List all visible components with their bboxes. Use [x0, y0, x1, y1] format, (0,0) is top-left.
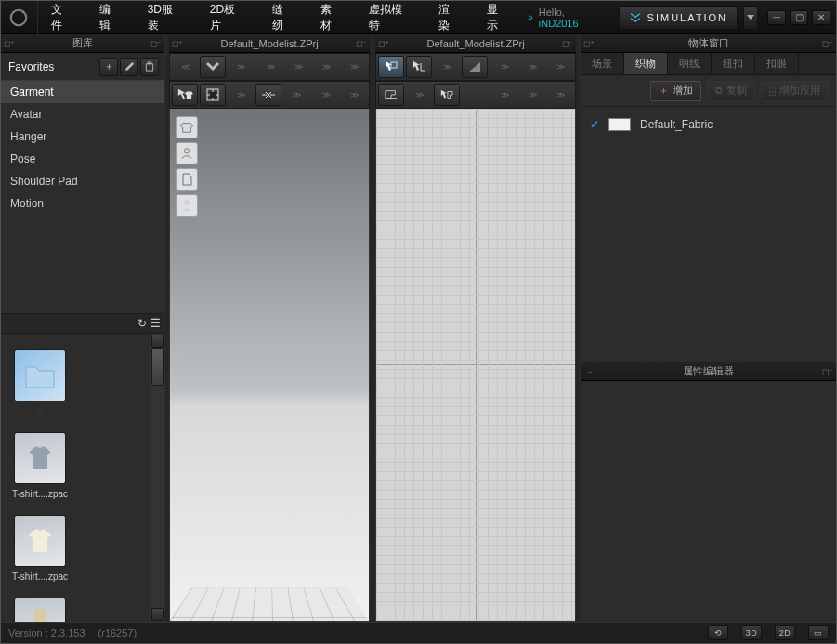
object-panel-close-icon[interactable]: ◻⁻	[819, 39, 836, 48]
menu-edit[interactable]: 编辑	[86, 1, 135, 33]
library-close-icon[interactable]: ◻⁻	[148, 39, 164, 48]
category-motion[interactable]: Motion	[1, 192, 164, 215]
tab-scene[interactable]: 场景	[581, 53, 624, 74]
menu-more-icon[interactable]: »	[522, 1, 539, 33]
toolbar-next-icon[interactable]: ≫	[283, 84, 309, 106]
toolbar-next-icon[interactable]: ≫	[406, 84, 432, 106]
toolbar-next-icon[interactable]: ≫	[547, 56, 573, 78]
menu-file[interactable]: 文件	[38, 1, 86, 33]
toolbar-next-icon[interactable]: ≫	[519, 56, 545, 78]
toolbar-next-icon[interactable]: ≫	[228, 56, 254, 78]
minimize-button[interactable]: ─	[767, 10, 786, 25]
close-button[interactable]: ✕	[812, 10, 830, 25]
toggle-avatar-button[interactable]	[176, 142, 198, 164]
window-controls: ─ ▢ ✕	[767, 10, 830, 25]
toolbar-prev-icon[interactable]: ≪	[172, 56, 198, 78]
menu-avatar[interactable]: 虚拟模特	[356, 1, 426, 33]
toggle-garment-button[interactable]	[176, 116, 198, 138]
simulate-down-button[interactable]	[200, 56, 226, 78]
sewing-machine-button[interactable]	[378, 84, 404, 106]
toolbar-next-icon[interactable]: ≫	[228, 84, 254, 106]
scroll-handle[interactable]	[151, 348, 164, 386]
check-icon[interactable]: ✔	[590, 118, 599, 131]
thumbnail-scroll[interactable]: .. T-shirt....zpac T-shirt....zpac	[1, 334, 150, 622]
select-arrow-button[interactable]	[172, 84, 198, 106]
menu-material[interactable]: 素材	[307, 1, 356, 33]
edit-category-button[interactable]	[120, 58, 138, 76]
toolbar-next-icon[interactable]: ≫	[313, 84, 339, 106]
slope-tool-button[interactable]	[462, 56, 488, 78]
refresh-button[interactable]: ↻	[137, 317, 147, 330]
toolbar-next-icon[interactable]: ≫	[434, 56, 460, 78]
add-button[interactable]: ＋增加	[650, 81, 701, 101]
simulation-dropdown[interactable]	[743, 6, 758, 30]
view-3d-header: ◻⁺ Default_Modelist.ZPrj ◻⁻	[169, 34, 370, 53]
edit-pattern-button[interactable]	[378, 56, 404, 78]
add-category-button[interactable]: ＋	[99, 58, 118, 76]
category-garment[interactable]: Garment	[1, 81, 164, 103]
apply-button[interactable]: ⍈增加应用	[761, 81, 829, 101]
tab-topstitch[interactable]: 明线	[668, 53, 712, 74]
toolbar-next-icon[interactable]: ≫	[491, 56, 517, 78]
toolbar-next-icon[interactable]: ≫	[491, 84, 517, 106]
tab-button[interactable]: 纽扣	[712, 53, 755, 74]
toolbar-next-icon[interactable]: ≫	[341, 84, 367, 106]
category-hanger[interactable]: Hanger	[1, 125, 164, 148]
sewing-cursor-button[interactable]	[434, 84, 460, 106]
viewport-overlay-stack	[176, 116, 198, 217]
category-pose[interactable]: Pose	[1, 148, 164, 170]
toggle-texture-button[interactable]	[176, 168, 198, 191]
object-panel-popout-icon[interactable]: ◻⁺	[581, 39, 597, 48]
view-2d-popout-icon[interactable]: ◻⁺	[375, 39, 392, 48]
view-2d-title: Default_Modelist.ZPrj	[392, 38, 559, 49]
view-3d-popout-icon[interactable]: ◻⁺	[169, 39, 186, 48]
menu-display[interactable]: 显示	[474, 1, 522, 33]
thumb-tshirt-1[interactable]: T-shirt....zpac	[10, 433, 70, 499]
mode-2d-button[interactable]: 2D	[775, 625, 795, 640]
menu-3d-garment[interactable]: 3D服装	[135, 1, 197, 33]
category-shoulder-pad[interactable]: Shoulder Pad	[1, 170, 164, 192]
thumb-tshirt-2[interactable]: T-shirt....zpac	[10, 516, 70, 582]
menu-2d-pattern[interactable]: 2D板片	[197, 1, 259, 33]
object-panel-header: ◻⁺ 物体窗口 ◻⁻	[581, 34, 836, 53]
toolbar-next-icon[interactable]: ≫	[313, 56, 339, 78]
list-view-button[interactable]: ☰	[150, 317, 161, 330]
right-panel: ◻⁺ 物体窗口 ◻⁻ 场景 织物 明线 纽扣 扣眼 ＋增加 ⧉复制 ⍈增加应用 …	[580, 34, 836, 622]
toggle-ghost-button[interactable]	[176, 194, 198, 217]
view-2d-close-icon[interactable]: ◻⁻	[559, 39, 576, 48]
maximize-button[interactable]: ▢	[790, 10, 808, 25]
tab-fabric[interactable]: 织物	[624, 53, 668, 74]
thumb-pants[interactable]: basic_....zpac	[10, 598, 70, 622]
category-avatar[interactable]: Avatar	[1, 103, 164, 125]
scroll-down-icon[interactable]	[151, 608, 164, 621]
select-mesh-button[interactable]	[200, 84, 226, 106]
toolbar-next-icon[interactable]: ≫	[341, 56, 367, 78]
menu-sewing[interactable]: 缝纫	[259, 1, 307, 33]
list-item[interactable]: ✔ Default_Fabric	[590, 114, 827, 135]
inward-arrows-button[interactable]	[255, 84, 281, 106]
scroll-up-icon[interactable]	[151, 335, 164, 348]
view-3d-close-icon[interactable]: ◻⁻	[353, 39, 370, 48]
thumb-folder-up[interactable]: ..	[10, 350, 70, 416]
greeting-user: iND2016	[539, 18, 579, 29]
menu-render[interactable]: 渲染	[425, 1, 474, 33]
toolbar-next-icon[interactable]: ≫	[285, 56, 311, 78]
toolbar-next-icon[interactable]: ≫	[257, 56, 283, 78]
library-popout-icon[interactable]: ◻⁺	[1, 39, 18, 48]
property-close-icon[interactable]: ◻⁻	[819, 367, 836, 376]
copy-button[interactable]: ⧉复制	[707, 81, 755, 101]
transform-pattern-button[interactable]	[406, 56, 432, 78]
viewport-3d[interactable]	[169, 109, 370, 622]
thumb-scrollbar[interactable]	[150, 334, 164, 622]
toolbar-next-icon[interactable]: ≫	[519, 84, 545, 106]
sync-button[interactable]: ⟲	[708, 625, 728, 640]
property-popout-icon[interactable]: →	[581, 367, 597, 376]
tab-buttonhole[interactable]: 扣眼	[755, 53, 799, 74]
viewport-2d[interactable]	[375, 109, 576, 622]
mode-3d-button[interactable]: 3D	[741, 625, 762, 640]
delete-category-button[interactable]	[140, 58, 159, 76]
toolbar-next-icon[interactable]: ≫	[547, 84, 573, 106]
monitor-button[interactable]: ▭	[808, 625, 829, 640]
simulation-button[interactable]: SIMULATION	[619, 6, 738, 30]
fabric-swatch[interactable]	[608, 118, 631, 131]
